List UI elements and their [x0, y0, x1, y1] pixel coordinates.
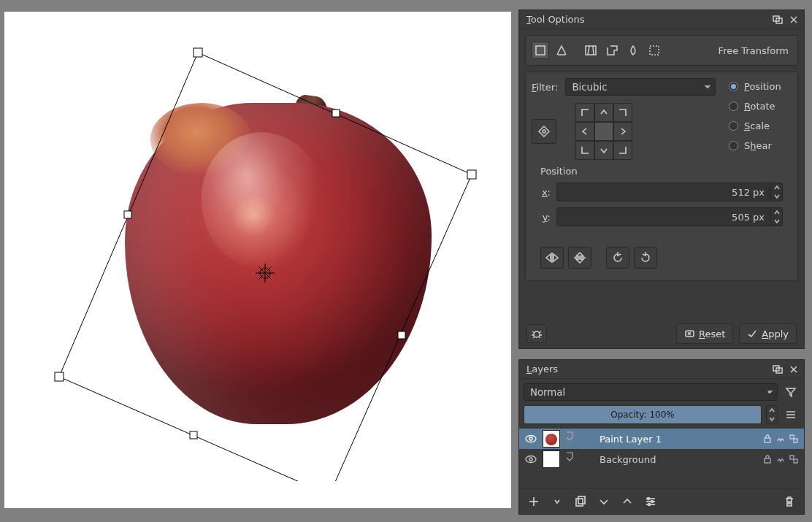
- svg-rect-4: [55, 372, 64, 381]
- close-layers-icon[interactable]: [786, 363, 801, 376]
- anchor-top-left[interactable]: [575, 103, 594, 122]
- add-layer-menu-icon[interactable]: [550, 494, 564, 509]
- anchor-top-right[interactable]: [613, 103, 632, 122]
- flip-vertical-button[interactable]: [568, 247, 591, 269]
- layers-title: LLayersayers: [526, 364, 558, 375]
- add-layer-icon[interactable]: [526, 494, 541, 509]
- filter-select[interactable]: Bicubic: [565, 78, 716, 96]
- svg-marker-31: [576, 259, 583, 263]
- layer-item-paint-layer-1[interactable]: Paint Layer 1: [519, 429, 804, 449]
- svg-marker-46: [786, 388, 795, 396]
- layer-thumbnail: [543, 450, 560, 468]
- perspective-mode-icon[interactable]: [553, 42, 570, 59]
- lock-icon[interactable]: [762, 433, 773, 445]
- x-step-up-icon[interactable]: [771, 183, 782, 192]
- y-spinbox[interactable]: [556, 207, 783, 226]
- tool-options-titlebar: TTool Optionsool Options: [519, 10, 804, 29]
- x-step-down-icon[interactable]: [771, 192, 782, 201]
- svg-rect-23: [650, 46, 659, 55]
- rotate-ccw-button[interactable]: [606, 247, 629, 269]
- lock-icon[interactable]: [762, 453, 773, 465]
- cage-mode-icon[interactable]: [603, 42, 621, 59]
- radio-position[interactable]: Position: [729, 81, 792, 92]
- liquify-mode-icon[interactable]: [624, 42, 642, 59]
- delete-layer-icon[interactable]: [782, 494, 797, 509]
- x-label: x:: [540, 187, 551, 198]
- svg-rect-20: [586, 46, 596, 55]
- svg-marker-30: [576, 253, 583, 256]
- svg-rect-54: [794, 439, 797, 442]
- svg-rect-59: [794, 459, 797, 463]
- alpha-lock-icon[interactable]: [775, 433, 786, 445]
- anchor-bottom[interactable]: [594, 141, 613, 160]
- flip-horizontal-button[interactable]: [540, 247, 564, 269]
- warp-mode-icon[interactable]: [582, 42, 600, 59]
- rotate-cw-button[interactable]: [634, 247, 657, 269]
- close-panel-icon[interactable]: [786, 13, 801, 26]
- svg-rect-62: [576, 499, 583, 506]
- layer-thumbnail: [543, 430, 560, 448]
- anchor-left[interactable]: [575, 122, 594, 141]
- alpha-lock-icon[interactable]: [775, 453, 786, 465]
- radio-shear[interactable]: Shear: [729, 140, 792, 151]
- anchor-top[interactable]: [594, 103, 613, 122]
- svg-rect-1: [194, 48, 202, 57]
- x-input[interactable]: [557, 183, 770, 201]
- opacity-menu-icon[interactable]: [782, 406, 800, 423]
- reset-button[interactable]: RReseteset: [676, 323, 733, 344]
- svg-point-25: [543, 130, 545, 133]
- svg-marker-28: [554, 254, 558, 261]
- y-step-down-icon[interactable]: [771, 217, 782, 226]
- opacity-slider[interactable]: Opacity: 100%: [524, 405, 762, 424]
- anchor-bottom-left[interactable]: [575, 141, 594, 160]
- move-layer-up-icon[interactable]: [620, 494, 635, 509]
- svg-rect-53: [790, 435, 794, 439]
- svg-rect-7: [190, 431, 197, 439]
- layer-link-icon: [564, 451, 575, 467]
- visibility-toggle-icon[interactable]: [524, 431, 538, 446]
- layers-footer: [519, 488, 804, 514]
- move-layer-down-icon[interactable]: [597, 494, 611, 509]
- canvas[interactable]: [4, 12, 511, 508]
- layers-panel: LLayersayers Normal Opacity: 100%: [518, 359, 805, 515]
- layer-settings-icon[interactable]: [643, 494, 658, 509]
- svg-rect-58: [790, 456, 794, 459]
- svg-point-56: [529, 458, 532, 461]
- svg-marker-27: [546, 254, 551, 261]
- filter-layers-icon[interactable]: [782, 383, 800, 401]
- mesh-mode-icon[interactable]: [646, 42, 663, 59]
- float-panel-icon[interactable]: [770, 13, 785, 26]
- anchor-right[interactable]: [613, 122, 632, 141]
- layer-name: Background: [579, 454, 757, 465]
- current-mode-label: Free Transform: [719, 45, 792, 56]
- inherit-alpha-icon[interactable]: [788, 453, 800, 465]
- visibility-toggle-icon[interactable]: [524, 452, 538, 467]
- transform-mode-group: Free Transform: [525, 35, 798, 66]
- inherit-alpha-icon[interactable]: [788, 433, 800, 445]
- anchor-center[interactable]: [594, 122, 613, 141]
- svg-line-33: [532, 331, 535, 333]
- opacity-step-down-icon[interactable]: [767, 415, 777, 423]
- svg-marker-24: [539, 126, 549, 137]
- duplicate-layer-icon[interactable]: [573, 494, 588, 509]
- layer-list: Paint Layer 1 Background: [519, 429, 804, 469]
- bug-icon[interactable]: [526, 324, 547, 343]
- radio-rotate[interactable]: Rotate: [729, 101, 792, 112]
- x-spinbox[interactable]: [556, 183, 783, 201]
- svg-line-22: [593, 46, 594, 55]
- y-step-up-icon[interactable]: [771, 208, 782, 217]
- center-pivot-button[interactable]: [532, 119, 556, 144]
- float-layers-icon[interactable]: [770, 363, 785, 376]
- svg-line-37: [533, 337, 535, 338]
- layer-item-background[interactable]: Background: [519, 449, 804, 469]
- position-section-label: Position: [540, 166, 792, 177]
- opacity-step-up-icon[interactable]: [767, 406, 777, 415]
- free-transform-mode-icon[interactable]: [532, 42, 549, 59]
- svg-point-32: [534, 331, 540, 337]
- blend-mode-select[interactable]: Normal: [524, 383, 778, 401]
- anchor-bottom-right[interactable]: [613, 141, 632, 160]
- y-input[interactable]: [557, 208, 770, 226]
- apply-button[interactable]: AApplypply: [739, 323, 797, 344]
- tool-options-title: TTool Optionsool Options: [526, 14, 585, 25]
- radio-scale[interactable]: Scale: [729, 120, 792, 131]
